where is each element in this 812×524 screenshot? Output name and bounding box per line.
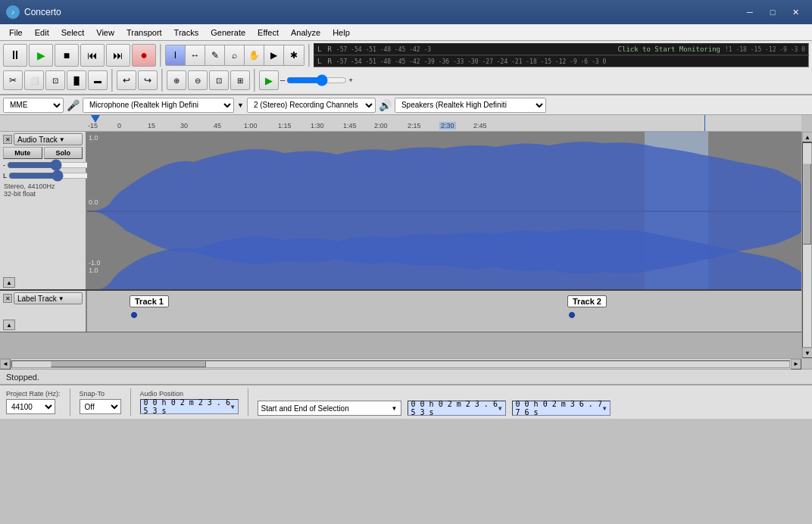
sep-b1 bbox=[70, 388, 70, 416]
maximize-button[interactable]: □ bbox=[762, 5, 783, 20]
sep-b2 bbox=[130, 388, 131, 416]
menu-transport[interactable]: Transport bbox=[120, 24, 168, 41]
silence-button[interactable]: ▬ bbox=[88, 70, 108, 90]
record-meter: L R -57 -54 -51 -48 -45 -42 -3 Click to … bbox=[314, 43, 809, 55]
multi2-tool-btn[interactable]: ✱ bbox=[284, 45, 304, 65]
menu-effect[interactable]: Effect bbox=[251, 24, 285, 41]
speaker-icon: 🔊 bbox=[379, 99, 392, 111]
vertical-scrollbar[interactable]: ▲ ▼ bbox=[801, 132, 812, 358]
output-device-select[interactable]: Speakers (Realtek High Definiti bbox=[395, 98, 546, 113]
speed-slider[interactable] bbox=[286, 76, 347, 85]
selection-type-dropdown[interactable]: Start and End of Selection ▼ bbox=[258, 401, 401, 416]
meter-scale-top: -57 -54 -51 -48 -45 -42 -3 bbox=[336, 46, 431, 53]
audio-track-close[interactable]: ✕ bbox=[3, 135, 12, 144]
redo-button[interactable]: ↪ bbox=[138, 70, 158, 90]
skip-start-button[interactable]: ⏮ bbox=[80, 44, 105, 67]
label-track-content[interactable]: Track 1 Track 2 bbox=[87, 291, 801, 332]
record-button[interactable]: ● bbox=[132, 44, 156, 67]
menu-edit[interactable]: Edit bbox=[29, 24, 55, 41]
scroll-track-h[interactable] bbox=[11, 360, 790, 368]
ruler-tick-245: 2:45 bbox=[473, 122, 487, 129]
ruler-tick-130: 1:30 bbox=[311, 122, 324, 129]
audio-pos-group: Audio Position 0 0 h 0 2 m 2 3 . 6 5 3 s… bbox=[140, 390, 239, 414]
menu-generate[interactable]: Generate bbox=[205, 24, 251, 41]
select-tool-btn[interactable]: I bbox=[166, 45, 186, 65]
label-track-collapse[interactable]: ▲ bbox=[3, 320, 15, 330]
scroll-up-btn[interactable]: ▲ bbox=[802, 132, 812, 142]
sel-start-group: 0 0 h 0 2 m 2 3 . 6 5 3 s ▼ bbox=[408, 388, 506, 416]
menu-help[interactable]: Help bbox=[326, 24, 356, 41]
sep4 bbox=[161, 69, 163, 92]
solo-button[interactable]: Solo bbox=[44, 147, 83, 159]
audio-waveform[interactable]: 1.0 0.0 -1.0 1.0 0.0 bbox=[87, 132, 801, 289]
pan-tool-btn[interactable]: ✋ bbox=[245, 45, 264, 65]
audio-track-name[interactable]: Audio Track ▼ bbox=[14, 133, 83, 145]
project-rate-select[interactable]: 44100 bbox=[6, 399, 55, 414]
app-icon: ♪ bbox=[6, 5, 20, 19]
audio-host-select[interactable]: MME bbox=[3, 98, 64, 113]
trim-button[interactable]: ▐▌ bbox=[67, 70, 86, 90]
scroll-thumb-v[interactable] bbox=[803, 164, 811, 245]
skip-end-button[interactable]: ⏭ bbox=[106, 44, 130, 67]
audio-position-display[interactable]: 0 0 h 0 2 m 2 3 . 6 5 3 s ▼ bbox=[140, 399, 239, 414]
paste-button[interactable]: ⊡ bbox=[45, 70, 65, 90]
minimize-button[interactable]: ─ bbox=[739, 5, 760, 20]
undo-button[interactable]: ↩ bbox=[117, 70, 136, 90]
scroll-down-btn[interactable]: ▼ bbox=[802, 348, 812, 358]
ruler-tick-30: 30 bbox=[180, 122, 188, 129]
snap-select[interactable]: Off bbox=[80, 399, 121, 414]
tracks-scrollable: ✕ Audio Track ▼ Mute Solo - + bbox=[0, 132, 812, 358]
ruler-tick-neg15: -15 bbox=[88, 122, 98, 129]
label-pin-2 bbox=[569, 312, 575, 318]
play-button[interactable]: ▶ bbox=[29, 44, 53, 67]
label-track-controls: ✕ Label Track ▼ ▲ bbox=[0, 291, 87, 332]
zoom-sel-button[interactable]: ⊡ bbox=[209, 70, 229, 90]
menu-tracks[interactable]: Tracks bbox=[168, 24, 205, 41]
menu-select[interactable]: Select bbox=[55, 24, 91, 41]
zoom-in-button[interactable]: ⊕ bbox=[167, 70, 186, 90]
scroll-track-v[interactable] bbox=[802, 142, 812, 348]
label-track-close[interactable]: ✕ bbox=[3, 294, 12, 303]
draw-tool-btn[interactable]: ✎ bbox=[205, 45, 225, 65]
menu-file[interactable]: File bbox=[3, 24, 29, 41]
meter-click-label[interactable]: Click to Start Monitoring bbox=[618, 45, 720, 53]
horizontal-scrollbar[interactable]: ◄ ► bbox=[0, 358, 801, 369]
sel-start-value: 0 0 h 0 2 m 2 3 . 6 5 3 s bbox=[411, 400, 498, 416]
cut-button[interactable]: ✂ bbox=[3, 70, 23, 90]
scroll-thumb-h[interactable] bbox=[51, 361, 206, 367]
toolbar-row-2: ✂ ⬜ ⊡ ▐▌ ▬ ↩ ↪ ⊕ ⊖ ⊡ ⊞ ▶ ─ + bbox=[2, 68, 810, 92]
sep5 bbox=[254, 69, 255, 92]
project-rate-group: Project Rate (Hz): 44100 bbox=[6, 390, 61, 414]
channels-select[interactable]: 2 (Stereo) Recording Channels bbox=[247, 98, 376, 113]
audio-track-collapse[interactable]: ▲ bbox=[3, 277, 15, 288]
sel-start-display[interactable]: 0 0 h 0 2 m 2 3 . 6 5 3 s ▼ bbox=[408, 401, 506, 416]
close-button[interactable]: ✕ bbox=[785, 5, 806, 20]
pause-button[interactable]: ⏸ bbox=[3, 44, 27, 67]
zoom-out-button[interactable]: ⊖ bbox=[188, 70, 208, 90]
sel-start-arrow[interactable]: ▼ bbox=[498, 405, 502, 412]
menu-view[interactable]: View bbox=[90, 24, 120, 41]
audio-pos-arrow[interactable]: ▼ bbox=[231, 404, 235, 410]
menu-analyze[interactable]: Analyze bbox=[285, 24, 326, 41]
play-at-speed-btn[interactable]: ▶ bbox=[264, 45, 284, 65]
zoom-tool-btn[interactable]: ⌕ bbox=[225, 45, 245, 65]
scroll-left-btn[interactable]: ◄ bbox=[0, 359, 11, 370]
mic-device-select[interactable]: Microphone (Realtek High Defini bbox=[83, 98, 234, 113]
sel-end-display[interactable]: 0 0 h 0 2 m 3 6 . 7 7 6 s ▼ bbox=[512, 401, 611, 416]
multi-tool-btn[interactable]: ↔ bbox=[186, 45, 205, 65]
bottombar: Project Rate (Hz): 44100 Snap-To Off Aud… bbox=[0, 384, 812, 419]
sel-end-arrow[interactable]: ▼ bbox=[603, 405, 607, 412]
play-green-button[interactable]: ▶ bbox=[259, 70, 279, 90]
menubar: File Edit Select View Transport Tracks G… bbox=[0, 24, 812, 41]
zoom-fit-button[interactable]: ⊞ bbox=[230, 70, 250, 90]
label-track-name[interactable]: Label Track ▼ bbox=[14, 292, 83, 304]
mute-button[interactable]: Mute bbox=[3, 147, 42, 159]
status-text: Stopped. bbox=[6, 373, 39, 382]
scroll-right-btn[interactable]: ► bbox=[791, 359, 801, 370]
separator2 bbox=[308, 44, 310, 67]
copy-button[interactable]: ⬜ bbox=[24, 70, 44, 90]
ruler-tick-215: 2:15 bbox=[408, 122, 421, 129]
ruler-tick-100: 1:00 bbox=[244, 122, 258, 129]
channel-arrow: ▼ bbox=[237, 101, 244, 109]
stop-button[interactable]: ■ bbox=[55, 44, 79, 67]
